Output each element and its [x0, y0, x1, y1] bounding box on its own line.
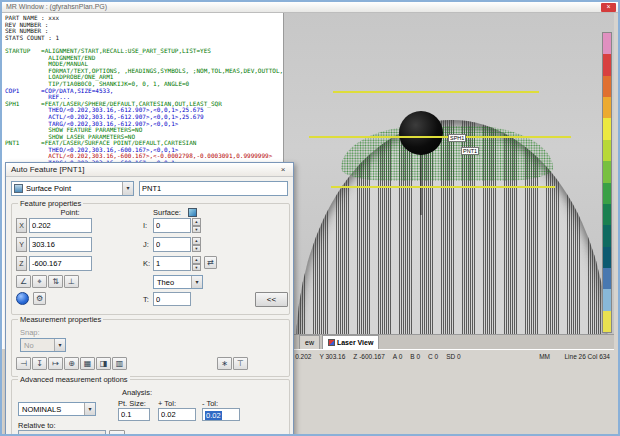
vector-j-field[interactable]: [153, 237, 191, 252]
line-col-indicator: Line 26 Col 634: [564, 353, 610, 360]
color-scale-segment: [603, 97, 611, 118]
relative-to-field[interactable]: [18, 430, 106, 436]
t-label: T:: [143, 295, 149, 304]
pin-location-icon[interactable]: ⌖: [32, 275, 47, 288]
t-field[interactable]: [153, 292, 191, 306]
minus-tol-label: - Tol:: [202, 399, 218, 408]
status-field: A 0: [393, 353, 402, 360]
nominals-select-value: NOMINALS: [19, 405, 84, 414]
vector-j-label: J:: [143, 240, 149, 249]
window-close-button[interactable]: ×: [601, 3, 616, 12]
app-window: MR Window : (gfyrahsnPlan.PG) × PART NAM…: [0, 0, 620, 436]
point-y-field[interactable]: [29, 237, 92, 252]
theo-select[interactable]: Theo ▾: [153, 275, 203, 289]
minus-tol-field[interactable]: 0.02: [202, 408, 240, 421]
grid-sample-icon[interactable]: ▦: [80, 357, 95, 370]
spin-up-button[interactable]: ▴: [192, 256, 201, 264]
mesh-icon[interactable]: ▥: [112, 357, 127, 370]
measurement-toolbar: ⊣↧↦⊕▦◨▥: [16, 357, 127, 370]
pt-size-field[interactable]: [118, 408, 150, 421]
vector-j-spinner: ▴ ▾: [192, 237, 201, 252]
vector-flip-button[interactable]: ⇄: [204, 256, 217, 269]
color-scale-segment: [603, 33, 611, 54]
probe-tee-icon[interactable]: ⊤: [233, 357, 248, 370]
titlebar: MR Window : (gfyrahsnPlan.PG) ×: [2, 2, 618, 13]
scan-shadow-line: [420, 153, 422, 215]
probe-depth-icon[interactable]: ↧: [32, 357, 47, 370]
status-field: C 0: [428, 353, 438, 360]
group-feature-title: Feature properties: [18, 199, 83, 208]
point-z-field[interactable]: [29, 256, 92, 271]
scan-points-overlay: [341, 126, 553, 181]
chevron-down-icon[interactable]: ▾: [84, 403, 95, 415]
target-icon[interactable]: ⊕: [64, 357, 79, 370]
vector-k-label: K:: [143, 259, 150, 268]
surface-label: Surface:: [153, 208, 181, 217]
tab-laser-view[interactable]: Laser View: [322, 335, 379, 349]
clearance-plane-icon[interactable]: ⊣: [16, 357, 31, 370]
read-point-button[interactable]: [16, 292, 29, 305]
status-field: Z -600.167: [353, 353, 384, 360]
spin-down-button[interactable]: ▾: [192, 264, 201, 272]
measurement-toolbar-right: ∗⊤: [217, 357, 248, 370]
group-measurement-properties: Measurement properties Snap: No ▾ ⊣↧↦⊕▦◨…: [11, 319, 290, 377]
chevron-down-icon[interactable]: ▾: [54, 339, 65, 351]
spin-up-button[interactable]: ▴: [192, 237, 201, 245]
group-measurement-title: Measurement properties: [18, 315, 103, 324]
axis-normal-icon[interactable]: ⊥: [64, 275, 79, 288]
plus-tol-field[interactable]: [158, 408, 196, 421]
dialog-close-button[interactable]: ×: [276, 164, 290, 175]
point-z-button[interactable]: Z: [16, 256, 27, 271]
snap-select[interactable]: No ▾: [20, 338, 66, 352]
laser-view-icon: [328, 339, 335, 346]
vector-k-spinner: ▴ ▾: [192, 256, 201, 271]
color-scale-segment: [603, 289, 611, 310]
chevron-down-icon[interactable]: ▾: [122, 182, 133, 195]
surface-point-icon: [14, 184, 23, 193]
spin-down-button[interactable]: ▾: [192, 226, 201, 234]
color-scale-segment: [603, 54, 611, 75]
vector-i-field[interactable]: [153, 218, 191, 233]
color-scale-segment: [603, 204, 611, 225]
point-x-field[interactable]: [29, 218, 92, 233]
laser-stripe-2: [309, 136, 571, 138]
group-advanced-options: Advanced measurement options Analysis: N…: [11, 379, 290, 436]
offset-point-icon[interactable]: ↦: [48, 357, 63, 370]
vector-i-spinner: ▴ ▾: [192, 218, 201, 233]
color-scale-segment: [603, 161, 611, 182]
point-y-button[interactable]: Y: [16, 237, 27, 252]
spin-down-button[interactable]: ▾: [192, 245, 201, 253]
point-x-button[interactable]: X: [16, 218, 27, 233]
color-scale-segment: [603, 268, 611, 289]
plus-tol-label: + Tol:: [158, 399, 176, 408]
color-scale-segment: [603, 76, 611, 97]
relative-to-label: Relative to:: [18, 421, 56, 430]
status-field: SD 0: [446, 353, 460, 360]
vector-k-field[interactable]: [153, 256, 191, 271]
auto-feature-dialog: Auto Feature [PNT1] × Surface Point ▾ Fe…: [5, 162, 294, 436]
group-feature-properties: Feature properties Point: X Y Z ∠⌖⇅⊥ ⚙ S…: [11, 203, 290, 315]
box-filter-icon[interactable]: ◨: [96, 357, 111, 370]
laser-3d-view[interactable]: SPH1 PNT1 ew Laser View: [283, 13, 614, 349]
feature-type-select[interactable]: Surface Point ▾: [11, 181, 134, 196]
tab-laser-view-label: Laser View: [337, 338, 373, 347]
status-field: B 0: [410, 353, 420, 360]
flip-vector-icon[interactable]: ⇅: [48, 275, 63, 288]
collapse-button[interactable]: <<: [255, 292, 288, 307]
color-scale-segment: [603, 247, 611, 268]
feature-name-input[interactable]: [139, 181, 288, 196]
tab-hidden-view[interactable]: ew: [299, 335, 320, 349]
surface-picker-icon[interactable]: [188, 208, 197, 217]
status-field: Y 303.16: [319, 353, 345, 360]
chevron-down-icon[interactable]: ▾: [191, 276, 202, 288]
browse-button[interactable]: ...: [109, 430, 125, 436]
color-scale-segment: [603, 311, 611, 332]
analysis-label: Analysis:: [122, 388, 152, 397]
burst-icon[interactable]: ∗: [217, 357, 232, 370]
laser-stripe-1: [333, 91, 539, 93]
spin-up-button[interactable]: ▴: [192, 218, 201, 226]
angle-vector-icon[interactable]: ∠: [16, 275, 31, 288]
parameters-gear-button[interactable]: ⚙: [33, 292, 46, 305]
snap-label: Snap:: [20, 328, 40, 337]
nominals-select[interactable]: NOMINALS ▾: [18, 402, 96, 416]
